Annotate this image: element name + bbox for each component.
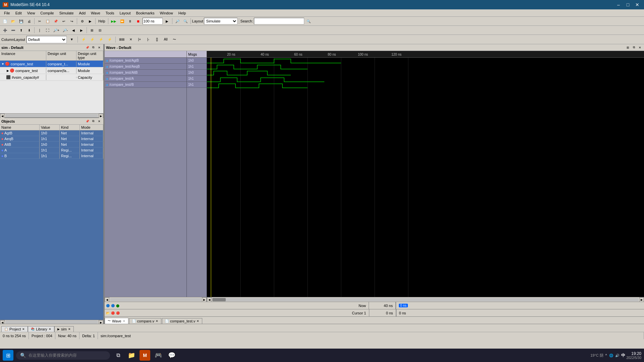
- sim-panel-pin[interactable]: 📌: [85, 45, 90, 50]
- zoom-in-button[interactable]: 🔎: [174, 17, 181, 25]
- list-item[interactable]: ◆ A 1h1 Regi... Internal: [0, 147, 103, 153]
- table-row[interactable]: ▶ 🔴 compare_test compare(fa... Module: [0, 67, 103, 74]
- modelsim-taskbar-button[interactable]: M: [140, 350, 150, 361]
- copy-button[interactable]: 📋: [44, 17, 51, 25]
- simulate-button[interactable]: ▶: [87, 17, 94, 25]
- find-prev-button[interactable]: ◀: [70, 26, 77, 34]
- col-layout-btn2[interactable]: ⚡: [80, 36, 87, 43]
- waveform-button[interactable]: 〜: [171, 36, 178, 43]
- search-go-button[interactable]: 🔍: [305, 17, 312, 25]
- col-layout-apply-button[interactable]: ▼: [68, 36, 75, 43]
- save-button[interactable]: 💾: [17, 17, 25, 25]
- list-item[interactable]: ◆ B 1h1 Regi... Internal: [0, 153, 103, 159]
- expand-button[interactable]: ⊞: [88, 26, 96, 34]
- stop-button[interactable]: ⏹: [135, 17, 142, 25]
- objects-panel-pin[interactable]: 📌: [85, 119, 90, 124]
- collapse-button[interactable]: ⊟: [96, 26, 104, 34]
- objects-panel-close[interactable]: ✕: [97, 119, 102, 124]
- start-button[interactable]: ⊞: [3, 350, 13, 361]
- objects-panel-float[interactable]: ⧉: [91, 119, 96, 124]
- signal-row-4[interactable]: ◆ /compare_test/B: [105, 82, 186, 88]
- wave-panel-close[interactable]: ✕: [637, 45, 643, 50]
- close-button[interactable]: ✕: [633, 1, 641, 9]
- sim-panel-float[interactable]: ⧉: [91, 45, 96, 50]
- col-layout-btn3[interactable]: ⚡: [89, 36, 96, 43]
- project-tab-close[interactable]: ✕: [22, 327, 25, 331]
- sim-scroll-left[interactable]: ◀: [0, 114, 5, 118]
- menu-file[interactable]: File: [1, 10, 13, 16]
- layout-select[interactable]: Simulate: [204, 18, 237, 24]
- time-input[interactable]: [143, 18, 163, 24]
- cursor-button[interactable]: |: [36, 26, 43, 34]
- wave-remove-button[interactable]: ➖: [9, 26, 17, 34]
- other-app-1-button[interactable]: 🎮: [153, 350, 164, 361]
- menu-bookmarks[interactable]: Bookmarks: [133, 10, 157, 16]
- col-layout-btn4[interactable]: ⚡: [97, 36, 105, 43]
- find-next-button[interactable]: ▶: [78, 26, 85, 34]
- wave-panel-expand[interactable]: ⊞: [625, 45, 631, 50]
- wave-down-button[interactable]: ⬇: [25, 26, 33, 34]
- file-explorer-button[interactable]: 📁: [126, 350, 137, 361]
- wave-right-scroll-left[interactable]: ◀: [207, 297, 212, 302]
- list-item[interactable]: ◆ AeqB 1h1 Net Internal: [0, 136, 103, 142]
- wave-left-scroll-track[interactable]: [110, 298, 201, 301]
- menu-simulate[interactable]: Simulate: [57, 10, 76, 16]
- menu-wave[interactable]: Wave: [88, 10, 103, 16]
- run-time-button[interactable]: ▶: [163, 17, 171, 25]
- tray-expand-icon[interactable]: ^: [605, 354, 607, 357]
- print-button[interactable]: 🖨: [25, 17, 33, 25]
- clock[interactable]: 19:20 2022/5/30: [627, 351, 642, 360]
- library-tab-close[interactable]: ✕: [49, 327, 51, 331]
- compile-button[interactable]: ⚙: [78, 17, 86, 25]
- signal-row-3[interactable]: ◆ /compare_test/A: [105, 76, 186, 82]
- wave-tab-wave[interactable]: 〜 Wave ✕: [105, 318, 128, 324]
- step-button[interactable]: ⏩: [118, 17, 126, 25]
- signal-row-1[interactable]: ◆ /compare_test/AeqB: [105, 64, 186, 70]
- new-button[interactable]: 📄: [1, 17, 9, 25]
- bottom-tab-project[interactable]: 📋 Project ✕: [1, 326, 28, 332]
- sim-panel-close[interactable]: ✕: [97, 45, 102, 50]
- sim-scroll-track[interactable]: [5, 114, 98, 117]
- wave-add-button[interactable]: ➕: [1, 26, 9, 34]
- run-button[interactable]: ▶▶: [110, 17, 118, 25]
- compare-test-v-close[interactable]: ✕: [197, 319, 199, 323]
- bottom-tab-library[interactable]: 📚 Library ✕: [28, 326, 54, 332]
- wave-tab-compare-test-v[interactable]: 📄 compare_test.v ✕: [162, 318, 202, 324]
- compare-v-close[interactable]: ✕: [156, 319, 158, 323]
- wave-left-scroll-right[interactable]: ▶: [202, 297, 207, 302]
- list-item[interactable]: ◆ AgtB 1h0 Net Internal: [0, 130, 103, 136]
- menu-edit[interactable]: Edit: [13, 10, 24, 16]
- paste-button[interactable]: 📌: [52, 17, 59, 25]
- table-row[interactable]: ⬛ #vsim_capacity# Capacity: [0, 74, 103, 81]
- expand-all-button[interactable]: ⊞⊞: [118, 36, 126, 43]
- signal-row-2[interactable]: ◆ /compare_test/AltB: [105, 70, 186, 76]
- task-view-button[interactable]: ⧉: [113, 350, 123, 361]
- table-row[interactable]: ▼ 🔴 compare_test compare_t... Module: [0, 61, 103, 67]
- zoom-in3-button[interactable]: |+: [136, 36, 143, 43]
- help-button[interactable]: Help: [97, 17, 107, 25]
- signal-row-0[interactable]: ◆ /compare_test/AgtB: [105, 58, 186, 64]
- network-icon[interactable]: 🌐: [609, 354, 613, 357]
- menu-layout[interactable]: Layout: [117, 10, 133, 16]
- menu-view[interactable]: View: [24, 10, 38, 16]
- zoom-fit-button[interactable]: []: [153, 36, 161, 43]
- expand-icon-1[interactable]: ▶: [7, 69, 9, 72]
- cut-button[interactable]: ✂: [36, 17, 43, 25]
- zoom-out2-button[interactable]: 🔎-: [61, 26, 69, 34]
- maximize-button[interactable]: □: [624, 1, 632, 9]
- col-layout-btn5[interactable]: ⚡: [106, 36, 113, 43]
- redo-button[interactable]: ↪: [68, 17, 75, 25]
- other-app-2-button[interactable]: 💬: [166, 350, 177, 361]
- menu-tools[interactable]: Tools: [103, 10, 117, 16]
- expand-icon-0[interactable]: ▼: [1, 62, 4, 66]
- menu-add[interactable]: Add: [76, 10, 89, 16]
- col-layout-select[interactable]: Default: [26, 36, 67, 43]
- break-button[interactable]: ⏸: [126, 17, 134, 25]
- wave-up-button[interactable]: ⬆: [17, 26, 25, 34]
- zoom-full-button[interactable]: ⛶: [44, 26, 51, 34]
- zoom-out-button[interactable]: 🔍: [182, 17, 189, 25]
- wave-right-scroll-track[interactable]: [212, 298, 639, 301]
- minimize-button[interactable]: –: [614, 1, 623, 9]
- sim-tab-close[interactable]: ✕: [68, 327, 71, 331]
- menu-help[interactable]: Help: [176, 10, 189, 16]
